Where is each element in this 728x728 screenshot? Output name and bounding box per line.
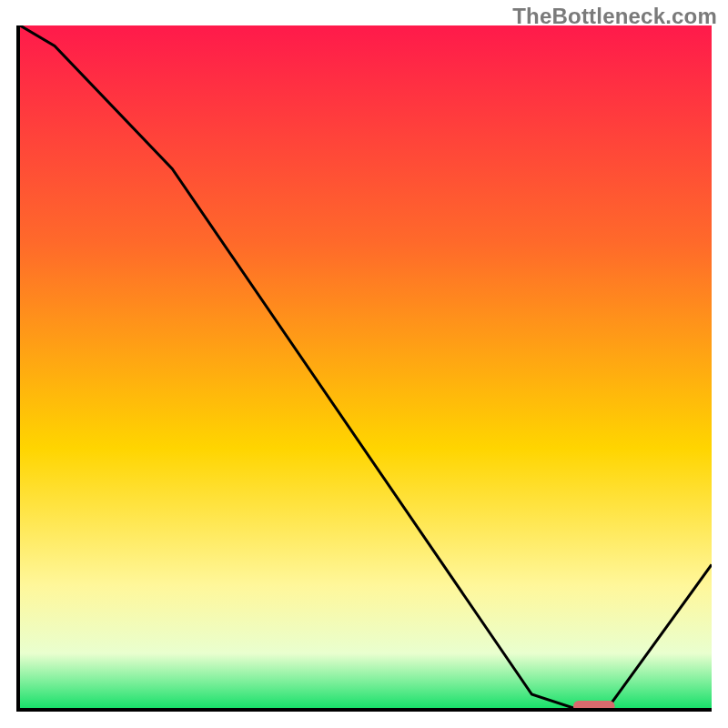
x-axis xyxy=(16,708,712,712)
y-axis xyxy=(16,25,20,712)
watermark-text: TheBottleneck.com xyxy=(512,4,717,29)
optimal-marker xyxy=(573,701,615,708)
chart-frame: TheBottleneck.com xyxy=(0,0,728,728)
plot-area xyxy=(20,25,712,708)
gradient-background xyxy=(20,25,712,708)
